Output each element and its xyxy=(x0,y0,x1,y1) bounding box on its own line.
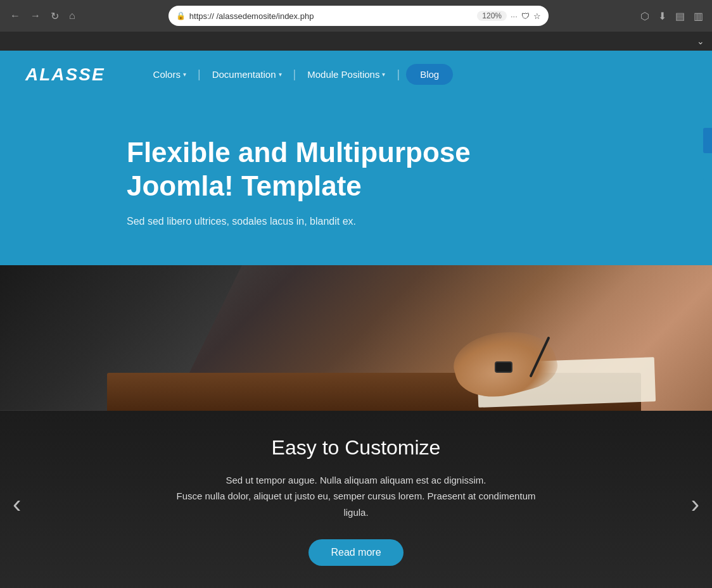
nav-item-documentation[interactable]: Documentation ▾ xyxy=(202,69,292,80)
hero-subtitle: Sed sed libero ultrices, sodales lacus i… xyxy=(127,216,680,227)
site-logo[interactable]: ALASSE xyxy=(25,65,105,85)
sidebar-button[interactable]: ▥ xyxy=(691,8,706,25)
nav-colors-label: Colors xyxy=(153,69,181,80)
more-dots: ··· xyxy=(511,11,518,21)
dropdown-bar: ⌄ xyxy=(0,32,712,51)
download-button[interactable]: ⬇ xyxy=(656,8,669,25)
nav-sep-2: | xyxy=(292,68,298,81)
browser-actions: ⬡ ⬇ ▤ ▥ xyxy=(638,8,706,25)
read-more-button[interactable]: Read more xyxy=(308,539,403,566)
carousel-text-line2: Fusce nulla dolor, aliquet ut justo eu, … xyxy=(177,491,536,518)
right-tab-3[interactable] xyxy=(703,154,712,180)
colors-dropdown-arrow: ▾ xyxy=(183,71,186,78)
blog-button[interactable]: Blog xyxy=(406,64,453,85)
browser-dropdown-chevron[interactable]: ⌄ xyxy=(697,36,704,46)
nav-item-colors[interactable]: Colors ▾ xyxy=(143,69,196,80)
carousel-section: ‹ Easy to Customize Sed ut tempor augue.… xyxy=(0,411,712,588)
forward-button[interactable]: → xyxy=(27,8,44,24)
right-tab-1[interactable] xyxy=(703,101,712,127)
refresh-button[interactable]: ↻ xyxy=(47,8,63,25)
library-button[interactable]: ▤ xyxy=(673,8,687,25)
browser-chrome: ← → ↻ ⌂ 🔒 https:// /alassedemosite/index… xyxy=(0,0,712,32)
module-dropdown-arrow: ▾ xyxy=(382,71,385,78)
docs-dropdown-arrow: ▾ xyxy=(279,71,282,78)
nav-docs-label: Documentation xyxy=(212,69,276,80)
carousel-next-button[interactable]: › xyxy=(685,484,706,525)
carousel-text: Sed ut tempor augue. Nulla aliquam aliqu… xyxy=(166,472,546,521)
right-tab-2[interactable] xyxy=(703,128,712,153)
site-header: ALASSE Colors ▾ | Documentation ▾ | Modu… xyxy=(0,51,712,98)
hero-section: Flexible and Multipurpose Joomla! Templa… xyxy=(0,98,712,265)
right-side-tabs xyxy=(703,101,712,180)
browser-nav-buttons: ← → ↻ ⌂ xyxy=(6,8,79,25)
star-icon: ☆ xyxy=(533,11,541,21)
hero-title: Flexible and Multipurpose Joomla! Templa… xyxy=(127,136,570,203)
nav-sep-3: | xyxy=(395,68,401,81)
lock-icon: 🔒 xyxy=(176,11,186,20)
carousel-prev-button[interactable]: ‹ xyxy=(6,484,27,525)
image-section xyxy=(0,265,712,411)
extensions-button[interactable]: ⬡ xyxy=(638,8,652,25)
address-bar[interactable]: 🔒 https:// /alassedemosite/index.php 120… xyxy=(168,6,549,26)
zoom-badge: 120% xyxy=(477,11,507,21)
carousel-content: Easy to Customize Sed ut tempor augue. N… xyxy=(13,436,699,566)
carousel-text-line1: Sed ut tempor augue. Nulla aliquam aliqu… xyxy=(226,475,486,485)
carousel-title: Easy to Customize xyxy=(13,436,699,460)
nav-item-module-positions[interactable]: Module Positions ▾ xyxy=(297,69,395,80)
nav-sep-1: | xyxy=(196,68,202,81)
shield-icon: 🛡 xyxy=(521,11,530,21)
watch xyxy=(495,361,512,373)
back-button[interactable]: ← xyxy=(6,8,24,24)
nav-module-label: Module Positions xyxy=(307,69,379,80)
home-button[interactable]: ⌂ xyxy=(65,8,79,24)
site-nav: Colors ▾ | Documentation ▾ | Module Posi… xyxy=(143,64,687,85)
url-text: https:// /alassedemosite/index.php xyxy=(189,11,473,21)
